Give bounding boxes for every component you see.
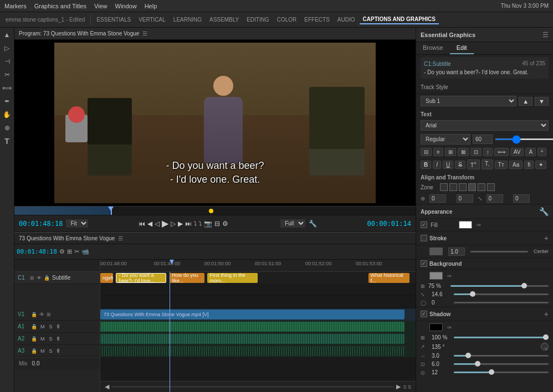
play-btn[interactable]: ▶ [162, 218, 168, 229]
compare-btn[interactable]: ⊟ [214, 220, 220, 228]
bold-btn[interactable]: B [421, 161, 431, 169]
settings-icon-btn[interactable]: 🔧 [309, 220, 317, 228]
bg-val1-slider[interactable] [454, 293, 549, 295]
font-select[interactable]: Arial [421, 120, 549, 131]
v1-lock-icon[interactable]: 🔒 [31, 312, 37, 317]
step-frame-back-btn[interactable]: ◁ [155, 220, 160, 228]
tab-learning[interactable]: LEARNING [170, 16, 205, 24]
bg-val2-slider[interactable] [454, 302, 549, 303]
zone-x-input[interactable] [429, 194, 446, 203]
clip-ngeful[interactable]: ngeful. [100, 273, 113, 283]
panel-menu-icon[interactable]: ☰ [542, 31, 549, 39]
bg-eyedropper-icon[interactable]: ✑ [447, 273, 452, 279]
font-size-input[interactable] [473, 135, 493, 144]
shadow-dist-slider[interactable] [454, 355, 549, 357]
menu-view[interactable]: View [94, 3, 107, 9]
pen-tool[interactable]: ✒ [2, 96, 12, 106]
a1-audio-clip[interactable] [100, 322, 404, 332]
a3-lock-icon[interactable]: 🔒 [31, 348, 37, 354]
stroke-slider[interactable] [470, 251, 528, 252]
aa-btn[interactable]: Aa [509, 161, 523, 169]
align-justify-btn[interactable]: ⊠ [458, 148, 469, 156]
shadow-angle-dial[interactable] [541, 343, 549, 350]
underline-btn[interactable]: U [443, 161, 453, 169]
tl-snap-btn[interactable]: ⊞ [67, 248, 72, 255]
step-frame-fwd-btn[interactable]: ▷ [171, 220, 176, 228]
superscript-btn[interactable]: T+ [467, 159, 480, 169]
a3-s-btn[interactable]: S [48, 348, 54, 354]
hand-tool[interactable]: ✋ [2, 110, 12, 120]
ripple-edit-tool[interactable]: ⊣ [2, 56, 12, 66]
v1-settings-icon[interactable]: ⊞ [47, 312, 51, 317]
edit-tab[interactable]: Edit [450, 42, 474, 54]
shadow-size-slider[interactable] [454, 363, 549, 365]
tab-assembly[interactable]: ASSEMBLY [206, 16, 242, 24]
font-size-slider[interactable] [495, 138, 553, 140]
align-center-btn[interactable]: ≡ [433, 148, 443, 156]
subscript-btn[interactable]: T- [482, 159, 493, 169]
menu-graphics[interactable]: Graphics and Titles [34, 3, 86, 9]
stroke-size-input[interactable] [448, 247, 465, 256]
zone-box-3[interactable] [459, 183, 467, 191]
zone-h-input[interactable] [513, 194, 530, 203]
background-checkbox[interactable] [421, 260, 427, 267]
zoom-out-btn[interactable]: ◀ [105, 383, 109, 390]
go-to-start-btn[interactable]: ⏮ [139, 220, 145, 228]
settings-btn[interactable]: ⚙ [222, 220, 228, 228]
ligature-btn[interactable]: ﬁ [524, 161, 534, 169]
tl-camera-btn[interactable]: 📹 [81, 248, 89, 255]
appearance-settings-icon[interactable]: 🔧 [539, 207, 549, 216]
zone-y-input[interactable] [457, 194, 473, 203]
tl-razor-btn[interactable]: ✂ [74, 248, 79, 255]
browse-tab[interactable]: Browse [416, 42, 450, 54]
bg-color-swatch[interactable] [429, 272, 443, 280]
a2-audio-clip[interactable] [100, 334, 404, 344]
tab-audio[interactable]: AUDIO [334, 16, 359, 24]
zone-box-6[interactable] [487, 183, 495, 191]
zoom-in-btn[interactable]: ▶ [396, 383, 401, 390]
insert-btn[interactable]: ⤵ [194, 220, 197, 226]
shadow-blur-slider[interactable] [454, 372, 549, 373]
scrubber-bar[interactable] [14, 206, 416, 215]
bg-opacity-slider[interactable] [450, 285, 549, 287]
track-style-down-btn[interactable]: ▼ [535, 97, 549, 106]
caps-btn[interactable]: ᴬ [537, 148, 546, 156]
text-tool[interactable]: T [2, 136, 12, 146]
fill-color-swatch[interactable] [459, 221, 472, 229]
zone-w-input[interactable] [487, 194, 503, 203]
track-btn[interactable]: AV [510, 148, 524, 156]
a2-lock-icon[interactable]: 🔒 [31, 336, 37, 342]
clip-first[interactable]: First thing in the morn... [207, 273, 258, 283]
kern-btn[interactable]: ⟺ [494, 148, 509, 156]
step-fwd-btn[interactable]: ▶ [178, 220, 183, 228]
tab-effects[interactable]: EFFECTS [301, 16, 333, 24]
font-style-select[interactable]: Regular [421, 134, 470, 145]
stroke-color-swatch[interactable] [429, 247, 443, 255]
tab-vertical[interactable]: VERTICAL [135, 16, 169, 24]
clip-beer[interactable]: - Do you want a beer?- I'd love... [116, 273, 166, 283]
menu-window[interactable]: Window [115, 3, 137, 9]
fill-eyedropper-icon[interactable]: ✑ [477, 222, 481, 228]
tab-captions-graphics[interactable]: CAPTIONS AND GRAPHICS [360, 15, 439, 24]
align-right-btn[interactable]: ⊞ [445, 148, 456, 156]
a3-audio-clip[interactable] [100, 346, 404, 356]
tab-color[interactable]: COLOR [274, 16, 300, 24]
small-caps-btn[interactable]: TT [495, 161, 508, 169]
quality-select[interactable]: Full [280, 219, 305, 228]
menu-help[interactable]: Help [145, 3, 157, 9]
v1-video-clip[interactable]: 73 Questions With Emma Stone Vogue.mp4 [… [100, 310, 404, 319]
a3-m-btn[interactable]: M [39, 348, 46, 354]
track-select-tool[interactable]: ▷ [2, 43, 12, 53]
razor-tool[interactable]: ✂ [2, 70, 12, 80]
line-sp-btn[interactable]: ↕ [483, 148, 493, 156]
a1-m-btn[interactable]: M [39, 324, 46, 329]
a1-s-btn[interactable]: S [48, 324, 54, 329]
special-char-btn[interactable]: ✦ [535, 161, 546, 169]
timeline-menu-icon[interactable]: ☰ [118, 235, 123, 241]
track-style-up-btn[interactable]: ▲ [519, 97, 532, 106]
align-left-btn[interactable]: ⊟ [421, 148, 432, 156]
tab-essentials[interactable]: ESSENTIALS [93, 16, 134, 24]
zone-box-2[interactable] [449, 183, 457, 191]
shadow-opacity-slider[interactable] [454, 337, 549, 338]
stroke-checkbox[interactable] [421, 235, 427, 241]
